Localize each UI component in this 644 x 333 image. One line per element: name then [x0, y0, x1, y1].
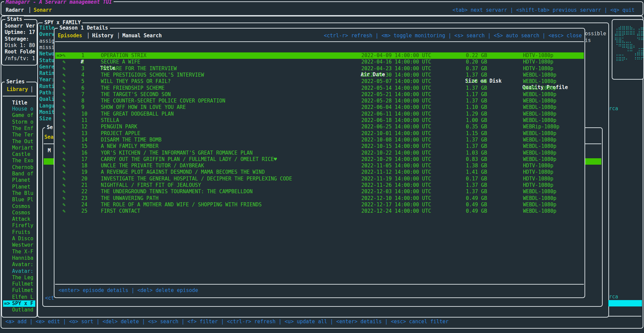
- episode-size-cell: 1.38 GB: [466, 163, 487, 169]
- episode-quality-cell: WEBDL-1080p: [523, 150, 556, 156]
- series-item[interactable]: The Exo: [12, 158, 36, 164]
- episode-row[interactable]: ✎15A NEW FAMILY MEMBER2022-10-15 14:00:0…: [55, 143, 584, 150]
- series-item[interactable]: Avatar:: [12, 261, 36, 268]
- episode-number-cell: 10: [81, 111, 87, 117]
- episode-quality-cell: HDTV-1080p: [523, 59, 553, 65]
- episode-title-cell: THE COUNTER-SECRET POLICE COVER OPERATIO…: [101, 98, 225, 104]
- episode-title-cell: SHOW OFF HOW IN LOVE YOU ARE: [101, 104, 186, 111]
- episode-quality-cell: HDTV-1080p: [523, 66, 553, 72]
- series-item[interactable]: The Out: [12, 138, 36, 145]
- series-item[interactable]: Fullmet: [12, 281, 36, 287]
- episode-number-cell: 9: [81, 104, 84, 111]
- episode-row[interactable]: ✎10THE GREAT DODGEBALL PLAN2022-06-11 14…: [55, 111, 584, 117]
- episode-row[interactable]: ✎23THE UNWAVERING PATH2022-12-10 14:00:0…: [55, 195, 584, 202]
- series-detail-field-label: assig: [39, 38, 55, 44]
- series-item[interactable]: Fullmet: [12, 287, 36, 294]
- logo-dots-row: ⠈⠛⠿⢿⣿⠆⢀⣀⡀: [614, 43, 644, 50]
- episode-number-cell: 5: [81, 78, 84, 85]
- series-item[interactable]: Storm o: [12, 119, 36, 125]
- episode-row[interactable]: ✎25FIRST CONTACT2022-12-24 14:00:00 UTC0…: [55, 208, 584, 214]
- episode-air-date-cell: 2022-06-25 14:00:00 UTC: [361, 124, 431, 130]
- episode-row[interactable]: ✎14DISARM THE TIME BOMB2022-10-08 14:00:…: [55, 137, 584, 143]
- episode-air-date-cell: 2022-10-15 14:00:00 UTC: [361, 143, 431, 150]
- episode-row[interactable]: ✎19A REVENGE PLOT AGAINST DESMOND / MAMA…: [55, 169, 584, 175]
- episode-air-date-cell: 2022-12-03 14:00:00 UTC: [361, 189, 431, 195]
- episode-quality-cell: HDTV-1080p: [523, 52, 553, 59]
- series-detail-field-label: Genre: [39, 64, 55, 70]
- episode-air-date-cell: 2022-11-26 14:00:00 UTC: [361, 182, 431, 189]
- series-item[interactable]: A Disco: [12, 236, 36, 242]
- episode-size-cell: 1.00 GB: [466, 117, 487, 124]
- series-item[interactable]: Elfen L: [12, 294, 36, 300]
- series-item[interactable]: The X-F: [12, 249, 36, 255]
- episode-size-cell: 1.37 GB: [466, 98, 487, 104]
- series-item[interactable]: Firefly: [12, 222, 36, 229]
- episode-number-cell: 11: [81, 117, 87, 124]
- series-item[interactable]: Castle: [12, 151, 36, 158]
- series-item[interactable]: Game of: [12, 112, 36, 119]
- logo-dots-row: ⢀⣀⡀⠈⠉⢠⣾⣿⡷: [614, 50, 644, 56]
- tab-sonarr[interactable]: Sonarr: [34, 7, 52, 13]
- series-item[interactable]: Outland: [12, 307, 36, 313]
- tab-radarr[interactable]: Radarr: [6, 7, 24, 13]
- episode-row[interactable]: ✎8THE COUNTER-SECRET POLICE COVER OPERAT…: [55, 98, 584, 104]
- episode-row-selected[interactable]: =>✎1OPERATION STRIX2022-04-09 14:00:00 U…: [55, 52, 584, 59]
- stats-line: Uptime: 17: [5, 29, 36, 36]
- series-item[interactable]: Blue Pl: [12, 197, 36, 203]
- episode-row[interactable]: ✎9SHOW OFF HOW IN LOVE YOU ARE2022-06-04…: [55, 104, 584, 111]
- episode-row[interactable]: ✎12PENGUIN PARK2022-06-25 14:00:00 UTC0.…: [55, 124, 584, 130]
- series-item[interactable]: The Leg: [12, 275, 36, 281]
- episode-row[interactable]: ✎16YOR'S KITCHEN / THE INFORMANT'S GREAT…: [55, 150, 584, 156]
- series-item[interactable]: Chernob: [12, 164, 36, 171]
- series-item[interactable]: Fruits: [12, 229, 36, 236]
- episode-row[interactable]: ✎5WILL THEY PASS OR FAIL?2022-05-07 14:0…: [55, 78, 584, 85]
- episode-row[interactable]: ✎18UNCLE THE PRIVATE TUTOR / DAYBREAK202…: [55, 163, 584, 169]
- series-table-clipped-cell-1: rca: [609, 106, 642, 112]
- monitored-icon: ✎: [63, 195, 66, 202]
- episode-quality-cell: WEBDL-1080p: [523, 202, 556, 208]
- tab-seasons[interactable]: Sea: [44, 134, 53, 140]
- series-item[interactable]: Planet: [12, 177, 36, 183]
- series-item[interactable]: House o: [12, 106, 36, 112]
- episode-row[interactable]: ✎3PREPARE FOR THE INTERVIEW2022-04-23 14…: [55, 66, 584, 72]
- episode-air-date-cell: 2022-12-24 14:00:00 UTC: [361, 208, 431, 214]
- episode-quality-cell: HDTV-1080p: [523, 163, 553, 169]
- logo-dots-row: ⢀⣴⣶⣶⣦⡀⢀⣤⡀: [614, 24, 644, 30]
- series-item[interactable]: The Enf: [12, 125, 36, 132]
- episode-size-cell: 0.49 GB: [466, 195, 487, 202]
- episode-size-cell: 0.49 GB: [466, 208, 487, 214]
- episode-row[interactable]: ✎22THE UNDERGROUND TENNIS TOURNAMENT: TH…: [55, 189, 584, 195]
- episode-row[interactable]: ✎13PROJECT APPLE2022-10-01 14:00:00 UTC1…: [55, 130, 584, 137]
- episode-title-cell: PENGUIN PARK: [101, 124, 137, 130]
- series-item[interactable]: The Blu: [12, 190, 36, 197]
- series-item-selected[interactable]: =>SPY x F: [3, 300, 35, 307]
- series-item[interactable]: Hanniba: [12, 255, 36, 261]
- episode-row[interactable]: ✎21NIGHTFALL / FIRST FIT OF JEALOUSY2022…: [55, 182, 584, 189]
- monitored-icon: ✎: [63, 98, 66, 104]
- episode-title-cell: THE UNWAVERING PATH: [101, 195, 159, 202]
- episode-air-date-cell: 2022-06-18 14:00:00 UTC: [361, 117, 431, 124]
- episode-row[interactable]: ✎11STELLA2022-06-18 14:00:00 UTC1.00 GBW…: [55, 117, 584, 124]
- episode-quality-cell: WEBDL-1080p: [523, 85, 556, 91]
- episode-row[interactable]: ✎2SECURE A WIFE2022-04-16 14:00:00 UTC0.…: [55, 59, 584, 65]
- series-item[interactable]: Planet: [12, 184, 36, 190]
- series-item[interactable]: Attack: [12, 216, 36, 222]
- episode-row[interactable]: ✎17CARRY OUT THE GRIFFIN PLAN / FULLMETA…: [55, 156, 584, 163]
- series-item[interactable]: Avatar:: [12, 268, 36, 275]
- episode-row[interactable]: ✎6THE FRIENDSHIP SCHEME2022-05-14 14:00:…: [55, 85, 584, 91]
- episode-size-cell: 0.22 GB: [466, 52, 487, 59]
- episode-quality-cell: WEBDL-1080p: [523, 72, 556, 78]
- episode-air-date-cell: 2022-04-30 14:00:00 UTC: [361, 72, 431, 78]
- episode-row[interactable]: ✎24THE ROLE OF A MOTHER AND WIFE / SHOPP…: [55, 202, 584, 208]
- episode-quality-cell: WEBDL-1080p: [523, 156, 556, 163]
- series-item[interactable]: Westwor: [12, 242, 36, 248]
- episode-row[interactable]: ✎20INVESTIGATE THE GENERAL HOSPITAL / DE…: [55, 176, 584, 182]
- episode-row[interactable]: ✎7THE TARGET'S SECOND SON2022-05-21 14:0…: [55, 91, 584, 98]
- series-item[interactable]: Cosmos: [12, 210, 36, 216]
- episode-row[interactable]: ✎4THE PRESTIGIOUS SCHOOL'S INTERVIEW2022…: [55, 72, 584, 78]
- logo-dots-row: ⠸⠿⠟⠂⠀⠘⠛⠋⠁: [614, 56, 644, 63]
- series-item[interactable]: Moriart: [12, 145, 36, 151]
- series-item[interactable]: The Ter: [12, 132, 36, 138]
- series-item[interactable]: Band of: [12, 171, 36, 177]
- series-item[interactable]: Cosmos: [12, 203, 36, 210]
